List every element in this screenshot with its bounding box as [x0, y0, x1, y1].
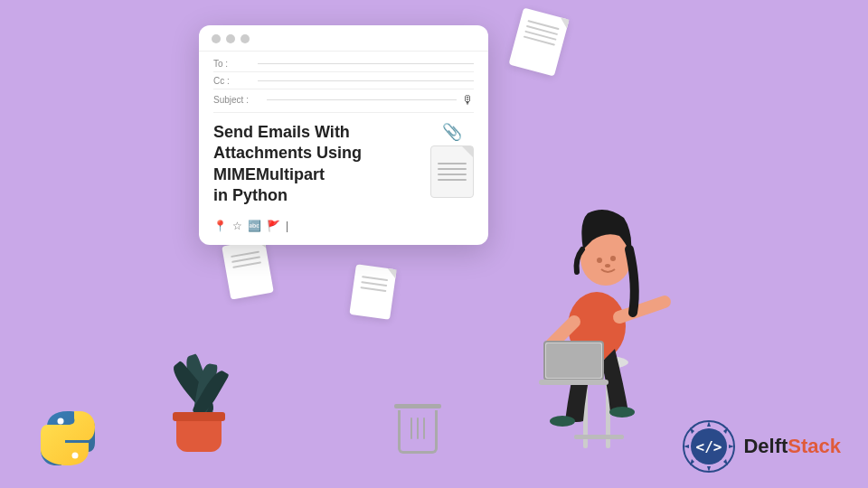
svg-point-10 [605, 264, 610, 267]
delftstack-brand-text: DelftStack [743, 435, 841, 458]
trash-body [398, 410, 438, 454]
svg-point-6 [609, 407, 635, 418]
location-icon: 📍 [213, 220, 227, 232]
subject-field-row: Subject : 🎙 [213, 93, 474, 113]
star-icon: ☆ [232, 220, 242, 232]
email-toolbar: 📍 ☆ 🔤 🚩 | [199, 214, 488, 232]
plant [163, 309, 235, 452]
mic-icon: 🎙 [462, 93, 474, 107]
doc-line-4 [438, 179, 467, 181]
attachment-area: 📎 [430, 122, 474, 207]
paper-line [361, 281, 387, 286]
separator: | [286, 220, 288, 232]
paper-lines-3 [360, 276, 388, 292]
svg-point-15 [72, 453, 79, 459]
trash-line-3 [423, 418, 425, 439]
paperclip-icon: 📎 [442, 122, 462, 142]
window-dot-2 [226, 34, 235, 43]
trash-lines [410, 418, 425, 439]
paper-line [232, 261, 261, 268]
window-dot-1 [212, 34, 221, 43]
doc-line-2 [438, 168, 467, 170]
email-body: Send Emails With Attachments Using MIMEM… [199, 113, 488, 214]
svg-point-5 [550, 416, 575, 427]
cc-label: Cc : [213, 76, 254, 86]
floating-paper-2 [222, 239, 274, 299]
svg-point-14 [58, 418, 64, 425]
cc-line [258, 80, 474, 81]
window-dot-3 [241, 34, 250, 43]
svg-rect-12 [546, 343, 601, 378]
plant-pot [176, 418, 222, 452]
subject-line [267, 99, 457, 100]
flag-icon: 🚩 [267, 220, 280, 232]
paper-lines-2 [231, 250, 261, 267]
plant-leaves [163, 309, 235, 418]
svg-point-9 [610, 256, 616, 261]
subject-label: Subject : [213, 95, 263, 105]
svg-rect-13 [539, 380, 609, 385]
window-titlebar [199, 25, 488, 52]
person-illustration [506, 168, 687, 461]
delft-text: Delft [743, 435, 788, 457]
email-fields: To : Cc : Subject : 🎙 [199, 52, 488, 113]
text-icon: 🔤 [248, 220, 261, 232]
to-field-row: To : [213, 59, 474, 72]
svg-text:</>: </> [696, 438, 722, 455]
to-line [258, 63, 474, 64]
python-logo [36, 407, 99, 470]
trash-line-1 [410, 418, 412, 439]
trash-lid [394, 404, 441, 408]
doc-line-1 [438, 163, 467, 164]
svg-point-8 [597, 258, 602, 263]
cc-field-row: Cc : [213, 76, 474, 89]
paper-corner-3 [386, 268, 396, 278]
stack-text: Stack [788, 435, 841, 457]
paper-line [360, 286, 386, 292]
email-window: To : Cc : Subject : 🎙 Send Emails With A… [199, 25, 488, 245]
delftstack-logo: </> DelftStack [682, 419, 841, 474]
paper-line [362, 276, 388, 281]
doc-line-3 [438, 174, 467, 175]
attachment-doc [430, 145, 474, 198]
svg-rect-2 [574, 435, 624, 439]
floating-paper-3 [349, 264, 396, 320]
trash-line-2 [417, 418, 419, 439]
to-label: To : [213, 59, 254, 69]
paper-lines-1 [524, 20, 560, 46]
trash-can [398, 404, 441, 454]
email-title: Send Emails With Attachments Using MIMEM… [213, 122, 421, 207]
